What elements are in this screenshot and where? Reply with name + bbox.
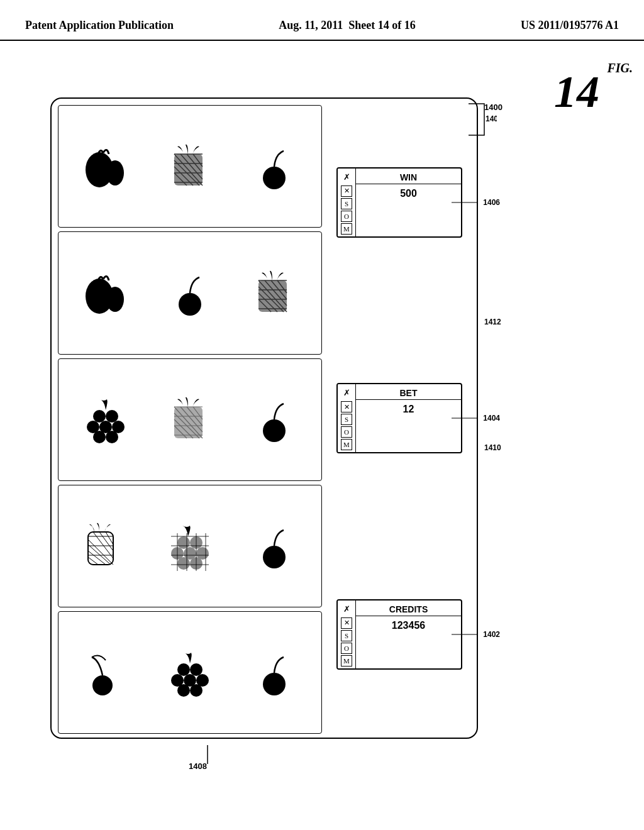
ref-1408: 1408	[189, 745, 226, 772]
icon-o-cred: O	[341, 643, 352, 654]
publication-date: Aug. 11, 2011 Sheet 14 of 16	[279, 18, 416, 33]
ref-1410: 1410	[484, 443, 501, 452]
bet-label: BET	[356, 384, 461, 400]
svg-point-86	[263, 673, 286, 695]
win-section: ✗ ✕ S O M WIN 500 1406	[336, 167, 462, 238]
svg-point-85	[190, 684, 203, 697]
symbol-pineapple-outline	[80, 521, 131, 571]
slot-row-2	[58, 231, 322, 354]
symbol-pineapple-hatch-3	[165, 394, 215, 445]
ref-1402: 1402	[452, 628, 500, 641]
diagram-container: 1400 1400 ✗ ✕ S O M WIN	[50, 79, 566, 770]
win-value: 500	[356, 184, 461, 203]
bet-value: 12	[356, 400, 461, 419]
icon-m-bet: M	[341, 439, 352, 450]
icon-s-bet: S	[341, 414, 352, 425]
win-box-icons: ✗ ✕ S O M	[338, 169, 356, 236]
svg-point-77	[263, 546, 286, 568]
page-header: Patent Application Publication Aug. 11, …	[0, 0, 644, 41]
svg-point-67	[177, 557, 190, 570]
ref-1404: 1404	[452, 412, 500, 424]
svg-point-62	[177, 536, 190, 549]
symbol-cherry-5b	[249, 648, 299, 698]
slot-row-5	[58, 611, 322, 734]
slot-row-4	[58, 485, 322, 607]
svg-point-18	[179, 293, 201, 316]
slot-rows-area	[58, 105, 322, 734]
symbol-grapes-hatch	[165, 521, 215, 571]
ref-1412: 1412	[484, 318, 501, 326]
svg-point-37	[106, 431, 118, 443]
svg-point-32	[106, 410, 118, 423]
symbol-cherry-5a	[80, 648, 131, 698]
bet-box: ✗ ✕ S O M BET 12	[336, 383, 462, 453]
icon-s-cred: S	[341, 630, 352, 641]
symbol-pepper-1	[80, 141, 131, 192]
bet-box-content: BET 12	[356, 384, 461, 452]
icon-x-cred: ✗	[340, 602, 353, 616]
svg-text:1408: 1408	[189, 761, 207, 770]
icon-o-bet: O	[341, 426, 352, 438]
main-content: 14 FIG.	[0, 41, 644, 814]
icon-o: O	[341, 211, 352, 222]
symbol-grapes-2	[165, 648, 215, 698]
svg-line-56	[88, 545, 111, 565]
symbol-grapes-1	[80, 394, 131, 445]
symbol-cherry-3	[249, 394, 299, 445]
icon-x2-cred: ✕	[341, 617, 352, 629]
bracket-1400: 1400	[465, 97, 497, 148]
icon-x: ✗	[340, 170, 353, 184]
svg-text:1400: 1400	[486, 114, 497, 123]
symbol-cherry-4	[249, 521, 299, 571]
symbol-pineapple-hatch-1	[165, 141, 215, 192]
slot-row-1	[58, 105, 322, 228]
svg-point-36	[93, 431, 106, 443]
svg-point-2	[106, 160, 124, 185]
credits-value: 123456	[356, 616, 461, 635]
icon-m-cred: M	[341, 655, 352, 667]
credits-section: ✗ ✕ S O M CREDITS 123456 1402	[336, 599, 462, 670]
bet-section: ✗ ✕ S O M BET 12 1404	[336, 383, 462, 453]
svg-point-17	[106, 287, 124, 312]
symbol-cherry-1	[249, 141, 299, 192]
svg-point-31	[93, 410, 106, 423]
win-label: WIN	[356, 169, 461, 184]
svg-point-50	[263, 419, 286, 442]
bet-box-icons: ✗ ✕ S O M	[338, 384, 356, 452]
icon-m: M	[341, 223, 352, 235]
symbol-pineapple-hatch-2	[249, 268, 299, 318]
symbol-pepper-2	[80, 268, 131, 318]
fig-text-label: FIG.	[607, 61, 633, 75]
slot-row-3	[58, 358, 322, 481]
icon-x-bet: ✗	[340, 386, 353, 400]
publication-number: US 2011/0195776 A1	[521, 18, 619, 33]
win-box-content: WIN 500	[356, 169, 461, 236]
icon-s: S	[341, 198, 352, 209]
icon-x2: ✕	[341, 185, 352, 197]
credits-box: ✗ ✕ S O M CREDITS 123456	[336, 599, 462, 670]
svg-point-84	[177, 684, 190, 697]
credits-box-content: CREDITS 123456	[356, 600, 461, 668]
svg-point-80	[190, 663, 203, 676]
icon-x2-bet: ✕	[341, 401, 352, 412]
svg-point-15	[263, 167, 286, 189]
svg-point-78	[92, 675, 113, 695]
win-box: ✗ ✕ S O M WIN 500	[336, 167, 462, 238]
symbol-cherry-2a	[165, 268, 215, 318]
info-panel: ✗ ✕ S O M WIN 500 1406	[330, 97, 469, 739]
credits-label: CREDITS	[356, 600, 461, 616]
credits-box-icons: ✗ ✕ S O M	[338, 600, 356, 668]
ref-1406: 1406	[452, 196, 500, 209]
svg-point-79	[177, 663, 190, 676]
publication-title: Patent Application Publication	[25, 18, 174, 33]
